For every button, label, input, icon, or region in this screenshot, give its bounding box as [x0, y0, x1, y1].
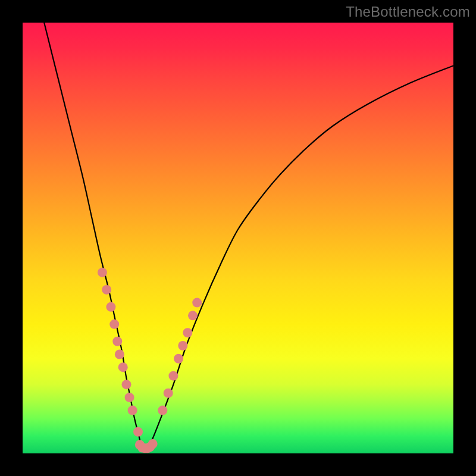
valley-markers	[135, 439, 158, 453]
marker-dot	[128, 406, 137, 415]
marker-dot	[178, 341, 187, 350]
marker-dot	[140, 443, 150, 453]
marker-dot	[102, 285, 111, 295]
curve-svg	[23, 23, 453, 453]
marker-dot	[158, 406, 167, 415]
marker-dot	[192, 298, 202, 308]
marker-dot	[118, 362, 128, 372]
marker-dot	[145, 442, 155, 452]
marker-dot	[188, 311, 198, 320]
marker-dot	[106, 302, 115, 312]
marker-dot	[98, 268, 107, 277]
marker-dot	[115, 349, 124, 359]
bottleneck-curve	[44, 23, 453, 450]
left-branch-markers	[98, 268, 143, 437]
marker-dot	[164, 389, 173, 398]
marker-dot	[133, 427, 143, 437]
watermark-text: TheBottleneck.com	[346, 4, 470, 20]
chart-frame: TheBottleneck.com	[0, 0, 476, 476]
marker-dot	[109, 320, 119, 329]
marker-dot	[121, 380, 131, 389]
marker-dot	[135, 440, 145, 450]
marker-dot	[174, 354, 183, 364]
marker-dot	[137, 443, 147, 453]
marker-dot	[168, 371, 178, 381]
marker-dot	[148, 439, 158, 449]
curve-path	[44, 23, 453, 450]
marker-dot	[112, 337, 122, 346]
marker-dot	[183, 328, 192, 337]
plot-area	[23, 23, 453, 453]
marker-dot	[125, 393, 134, 402]
marker-dot	[143, 443, 152, 453]
right-branch-markers	[158, 298, 202, 415]
